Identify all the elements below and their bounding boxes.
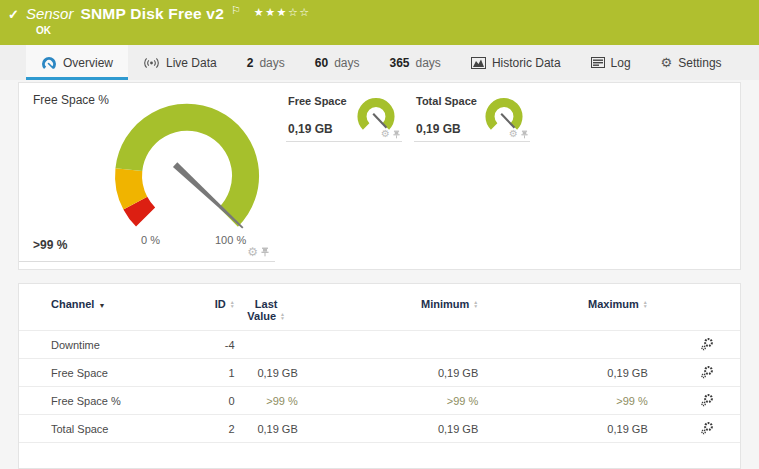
tab-overview[interactable]: Overview (26, 45, 128, 80)
small-gauge-value: 0,19 GB (416, 122, 461, 136)
sort-icon: ▲▼ (643, 300, 648, 308)
channel-last-value: >99 % (235, 387, 298, 415)
column-header-tools (648, 298, 740, 331)
channel-name: Total Space (19, 415, 191, 443)
table-header-row: Channel▼ ID▲▼ LastValue▲▼ Minimum▲▼ Maxi… (19, 298, 740, 331)
pin-icon[interactable] (521, 130, 528, 139)
log-icon (591, 57, 605, 68)
gauge-icon (41, 56, 57, 70)
panel-tools: ⚙ (381, 129, 400, 139)
flag-icon[interactable]: ⚐ (231, 4, 241, 17)
channel-id: 2 (191, 415, 234, 443)
tab-2-days[interactable]: 2 days (232, 45, 300, 80)
channel-minimum: >99 % (298, 387, 479, 415)
tab-60-days[interactable]: 60 days (300, 45, 375, 80)
total-space-gauge-panel: Total Space 0,19 GB ⚙ (414, 89, 530, 142)
tab-log[interactable]: Log (576, 45, 646, 80)
priority-stars[interactable]: ★★★☆☆ (254, 6, 311, 19)
column-header-minimum[interactable]: Minimum▲▼ (298, 298, 479, 331)
channels-table: Channel▼ ID▲▼ LastValue▲▼ Minimum▲▼ Maxi… (19, 298, 740, 443)
stars-filled: ★★★ (254, 6, 288, 18)
primary-gauge-panel: Free Space % 0 % 100 % >99 % ⚙ (19, 83, 275, 262)
table-row-downtime: Downtime -4 (19, 331, 740, 359)
panel-gear-icon[interactable]: ⚙ (381, 129, 390, 139)
channel-minimum (298, 331, 479, 359)
tab-settings[interactable]: ⚙ Settings (646, 45, 737, 80)
channel-id: 1 (191, 359, 234, 387)
primary-gauge-value: >99 % (33, 238, 67, 252)
small-gauge-title: Total Space (416, 95, 477, 107)
pin-icon[interactable] (393, 130, 400, 139)
column-header-id[interactable]: ID▲▼ (191, 298, 234, 331)
tab-historic-data[interactable]: Historic Data (456, 45, 576, 80)
status-badge: OK (36, 25, 759, 36)
column-header-channel[interactable]: Channel▼ (19, 298, 191, 331)
sort-icon: ▲▼ (280, 312, 285, 320)
channel-last-value (235, 331, 298, 359)
page-title: SNMP Disk Free v2 (80, 5, 224, 23)
gear-icon: ⚙ (661, 56, 673, 69)
table-row-free-space: Free Space 1 0,19 GB 0,19 GB 0,19 GB (19, 359, 740, 387)
gauge-scale-min: 0 % (141, 234, 160, 246)
channel-name: Downtime (19, 331, 191, 359)
free-space-percent-gauge (97, 87, 277, 241)
tab-number: 60 (315, 56, 328, 70)
panel-gear-icon[interactable]: ⚙ (509, 129, 518, 139)
tab-label: Log (611, 56, 631, 70)
channel-maximum (478, 331, 647, 359)
small-gauge-title: Free Space (288, 95, 347, 107)
tab-live-data[interactable]: Live Data (128, 45, 232, 80)
object-kind-label: Sensor (26, 5, 74, 22)
channel-id: 0 (191, 387, 234, 415)
small-gauge-value: 0,19 GB (288, 122, 333, 136)
pin-icon[interactable] (261, 247, 269, 257)
channel-settings-gears-icon[interactable] (700, 337, 714, 351)
gauges-section: Free Space % 0 % 100 % >99 % ⚙ (18, 82, 741, 270)
sort-icon: ▲▼ (230, 300, 235, 308)
tab-number: 2 (247, 56, 254, 70)
tab-label: days (416, 56, 441, 70)
channel-minimum: 0,19 GB (298, 359, 479, 387)
area-chart-icon (471, 57, 486, 69)
sensor-page: ✓ Sensor SNMP Disk Free v2 ⚐ ★★★☆☆ OK Ov… (0, 0, 759, 469)
channel-maximum: >99 % (478, 387, 647, 415)
tab-label: days (334, 56, 359, 70)
channels-table-panel: Channel▼ ID▲▼ LastValue▲▼ Minimum▲▼ Maxi… (18, 283, 741, 469)
channel-settings-gears-icon[interactable] (700, 365, 714, 379)
status-check-icon: ✓ (8, 7, 19, 22)
tab-label: Settings (678, 56, 721, 70)
channel-maximum: 0,19 GB (478, 415, 647, 443)
sensor-header: ✓ Sensor SNMP Disk Free v2 ⚐ ★★★☆☆ OK (0, 0, 759, 45)
sorted-icon: ▼ (98, 302, 105, 309)
tab-label: Live Data (166, 56, 217, 70)
sort-icon: ▲▼ (473, 300, 478, 308)
free-space-gauge-panel: Free Space 0,19 GB ⚙ (286, 89, 402, 142)
broadcast-icon (143, 57, 160, 69)
channel-settings-gears-icon[interactable] (700, 393, 714, 407)
channel-last-value: 0,19 GB (235, 415, 298, 443)
stars-empty: ☆☆ (288, 6, 311, 18)
tab-label: days (259, 56, 284, 70)
table-row-free-space-percent: Free Space % 0 >99 % >99 % >99 % (19, 387, 740, 415)
channel-name: Free Space % (19, 387, 191, 415)
column-header-last-value[interactable]: LastValue▲▼ (235, 298, 298, 331)
table-row-total-space: Total Space 2 0,19 GB 0,19 GB 0,19 GB (19, 415, 740, 443)
tab-label: Historic Data (492, 56, 561, 70)
tab-label: Overview (63, 56, 113, 70)
tab-bar: Overview Live Data 2 days 60 days 365 da… (0, 45, 759, 80)
panel-tools: ⚙ (247, 246, 269, 258)
gauge-scale-max: 100 % (215, 234, 246, 246)
panel-gear-icon[interactable]: ⚙ (247, 246, 258, 258)
column-header-maximum[interactable]: Maximum▲▼ (478, 298, 647, 331)
panel-tools: ⚙ (509, 129, 528, 139)
channel-settings-gears-icon[interactable] (700, 421, 714, 435)
channel-name: Free Space (19, 359, 191, 387)
channel-last-value: 0,19 GB (235, 359, 298, 387)
tab-365-days[interactable]: 365 days (374, 45, 455, 80)
channel-maximum: 0,19 GB (478, 359, 647, 387)
channel-id: -4 (191, 331, 234, 359)
tab-number: 365 (389, 56, 409, 70)
channel-minimum: 0,19 GB (298, 415, 479, 443)
